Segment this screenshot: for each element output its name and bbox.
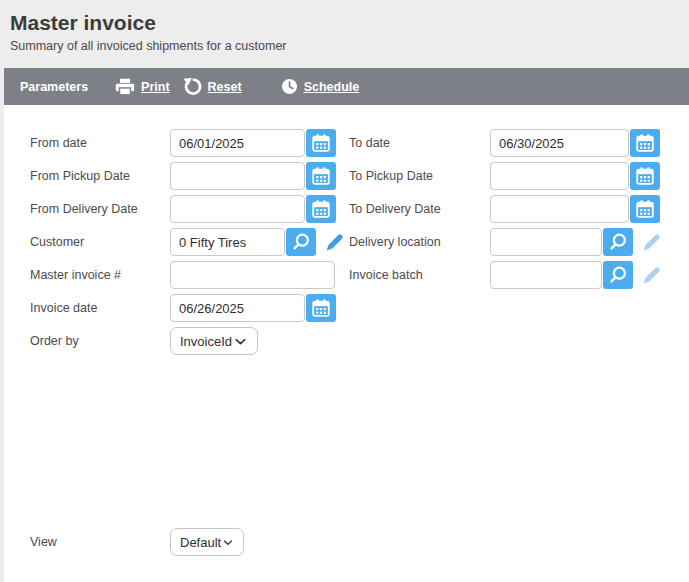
delivery-location-edit-pencil-icon[interactable] [641, 232, 662, 253]
toolbar: Parameters Print Reset Schedule [4, 68, 689, 105]
print-button[interactable]: Print [114, 76, 169, 98]
master-invoice-page: Master invoice Summary of all invoiced s… [0, 0, 689, 582]
order-by-select[interactable]: InvoiceId [170, 327, 258, 355]
calendar-icon [310, 198, 332, 220]
chevron-down-icon [232, 333, 249, 350]
invoice-date-input[interactable] [170, 294, 305, 322]
customer-edit-pencil-icon[interactable] [324, 232, 345, 253]
view-value: Default [180, 535, 221, 550]
schedule-label: Schedule [304, 80, 360, 94]
order-by-label: Order by [30, 327, 170, 355]
reset-icon [182, 76, 203, 97]
left-gutter [0, 0, 4, 582]
page-subtitle: Summary of all invoiced shipments for a … [10, 39, 287, 53]
delivery-location-input[interactable] [490, 228, 602, 256]
reset-button[interactable]: Reset [182, 76, 242, 97]
order-by-value: InvoiceId [180, 334, 232, 349]
clock-icon [280, 77, 299, 96]
print-label: Print [141, 80, 169, 94]
from-date-label: From date [30, 129, 170, 157]
from-pickup-date-input[interactable] [170, 162, 305, 190]
search-icon [290, 231, 312, 253]
invoice-batch-label: Invoice batch [349, 261, 490, 289]
search-icon [607, 231, 629, 253]
from-delivery-date-input[interactable] [170, 195, 305, 223]
calendar-icon [634, 198, 656, 220]
invoice-batch-search-button[interactable] [603, 261, 633, 289]
calendar-icon [310, 132, 332, 154]
parameters-form: From date To date From Pickup Date [4, 105, 689, 582]
customer-search-button[interactable] [286, 228, 316, 256]
from-date-calendar-button[interactable] [306, 129, 336, 157]
customer-input[interactable] [170, 228, 285, 256]
from-pickup-date-label: From Pickup Date [30, 162, 170, 190]
chevron-down-icon [221, 534, 235, 551]
master-invoice-number-input[interactable] [170, 261, 335, 289]
from-pickup-date-calendar-button[interactable] [306, 162, 336, 190]
view-select[interactable]: Default [170, 528, 244, 556]
invoice-batch-edit-pencil-icon[interactable] [641, 265, 662, 286]
to-pickup-date-input[interactable] [490, 162, 629, 190]
to-date-input[interactable] [490, 129, 629, 157]
invoice-batch-input[interactable] [490, 261, 602, 289]
calendar-icon [310, 165, 332, 187]
to-pickup-date-calendar-button[interactable] [630, 162, 660, 190]
to-delivery-date-calendar-button[interactable] [630, 195, 660, 223]
printer-icon [114, 76, 136, 98]
reset-label: Reset [208, 80, 242, 94]
to-pickup-date-label: To Pickup Date [349, 162, 490, 190]
calendar-icon [634, 132, 656, 154]
customer-label: Customer [30, 228, 170, 256]
invoice-date-label: Invoice date [30, 294, 170, 322]
to-date-label: To date [349, 129, 490, 157]
from-delivery-date-label: From Delivery Date [30, 195, 170, 223]
schedule-button[interactable]: Schedule [280, 77, 360, 96]
delivery-location-search-button[interactable] [603, 228, 633, 256]
to-delivery-date-input[interactable] [490, 195, 629, 223]
parameters-label: Parameters [20, 80, 88, 94]
search-icon [607, 264, 629, 286]
page-title: Master invoice [10, 11, 156, 35]
delivery-location-label: Delivery location [349, 228, 490, 256]
calendar-icon [310, 297, 332, 319]
from-delivery-date-calendar-button[interactable] [306, 195, 336, 223]
master-invoice-number-label: Master invoice # [30, 261, 170, 289]
invoice-date-calendar-button[interactable] [306, 294, 336, 322]
to-delivery-date-label: To Delivery Date [349, 195, 490, 223]
calendar-icon [634, 165, 656, 187]
from-date-input[interactable] [170, 129, 305, 157]
to-date-calendar-button[interactable] [630, 129, 660, 157]
